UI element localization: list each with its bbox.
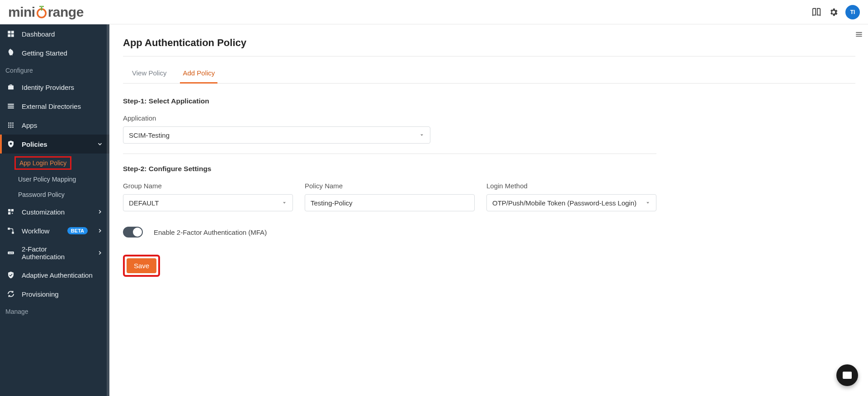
sidebar-item-getting-started[interactable]: Getting Started <box>0 43 109 62</box>
svg-text:123: 123 <box>9 252 13 254</box>
sidebar-item-label: Customization <box>22 208 65 216</box>
svg-rect-1 <box>8 31 10 33</box>
svg-point-9 <box>10 122 12 124</box>
sidebar-section-configure: Configure <box>0 62 109 78</box>
sidebar-item-dashboard[interactable]: Dashboard <box>0 24 109 43</box>
svg-rect-19 <box>11 209 14 211</box>
svg-point-8 <box>8 122 9 124</box>
svg-rect-20 <box>8 212 10 214</box>
sidebar-item-label: Provisioning <box>22 290 59 298</box>
sidebar-item-label: Adaptive Authentication <box>22 271 93 279</box>
toggle-knob <box>133 228 142 237</box>
sidebar-item-customization[interactable]: Customization <box>0 202 109 221</box>
sidebar-item-label: Apps <box>22 121 37 129</box>
sidebar-sub-user-policy-mapping[interactable]: User Policy Mapping <box>0 172 109 187</box>
workflow-icon <box>6 226 15 235</box>
sidebar-item-workflow[interactable]: Workflow BETA <box>0 221 109 240</box>
svg-rect-4 <box>11 34 14 37</box>
sidebar-item-adaptive-auth[interactable]: Adaptive Authentication <box>0 266 109 284</box>
svg-rect-2 <box>11 31 14 33</box>
svg-rect-6 <box>8 106 14 107</box>
svg-rect-21 <box>12 213 13 214</box>
logo[interactable]: minirange <box>8 5 84 20</box>
sidebar-sub-app-login-policy[interactable]: App Login Policy <box>14 156 71 170</box>
step-1-label: Step-1: Select Application <box>123 97 656 105</box>
chevron-right-icon <box>97 250 103 256</box>
puzzle-icon <box>6 207 15 216</box>
dashboard-icon <box>6 29 15 38</box>
beta-badge: BETA <box>67 227 88 234</box>
svg-point-10 <box>12 122 14 124</box>
gear-icon[interactable] <box>828 7 839 18</box>
briefcase-icon <box>6 83 15 92</box>
hamburger-icon[interactable] <box>854 29 864 40</box>
caret-down-icon <box>645 200 651 205</box>
group-name-select[interactable]: DEFAULT <box>123 194 293 211</box>
sidebar-item-label: Policies <box>22 140 47 148</box>
login-method-label: Login Method <box>486 182 656 190</box>
pin-icon: 123 <box>6 248 15 257</box>
docs-icon[interactable] <box>811 7 822 18</box>
caret-down-icon <box>419 132 425 138</box>
svg-rect-5 <box>8 104 14 105</box>
contact-fab[interactable] <box>836 364 858 386</box>
svg-point-11 <box>8 125 9 126</box>
mail-icon <box>842 370 853 381</box>
svg-rect-18 <box>8 209 10 211</box>
caret-down-icon <box>282 200 287 205</box>
grid-icon <box>6 121 15 130</box>
login-method-select[interactable]: OTP/Push/Mobile Token (Password-Less Log… <box>486 194 656 211</box>
group-name-value: DEFAULT <box>129 199 159 207</box>
sidebar-item-policies[interactable]: Policies <box>0 135 109 154</box>
mfa-label: Enable 2-Factor Authentication (MFA) <box>154 228 267 236</box>
application-select[interactable]: SCIM-Testing <box>123 126 430 144</box>
sidebar-sub-password-policy[interactable]: Password Policy <box>0 187 109 202</box>
application-value: SCIM-Testing <box>129 131 170 139</box>
shield-icon <box>6 140 15 149</box>
save-button[interactable]: Save <box>127 258 156 273</box>
sidebar-item-label: Workflow <box>22 227 49 235</box>
list-icon <box>6 102 15 111</box>
svg-rect-3 <box>8 34 10 37</box>
policy-name-input[interactable]: Testing-Policy <box>305 194 475 211</box>
tab-add-policy[interactable]: Add Policy <box>180 65 217 84</box>
svg-point-13 <box>12 125 14 126</box>
policy-name-value: Testing-Policy <box>311 199 353 207</box>
svg-point-17 <box>10 143 12 145</box>
step-2-label: Step-2: Configure Settings <box>123 165 656 173</box>
sidebar-item-2fa[interactable]: 123 2-Factor Authentication <box>0 240 109 266</box>
group-name-label: Group Name <box>123 182 293 190</box>
svg-point-16 <box>12 126 14 128</box>
divider <box>123 56 855 56</box>
avatar[interactable]: TI <box>845 5 860 19</box>
sidebar-item-label: Getting Started <box>22 49 67 57</box>
sidebar-item-external-directories[interactable]: External Directories <box>0 97 109 116</box>
sync-icon <box>6 289 15 298</box>
divider <box>123 154 656 154</box>
svg-point-12 <box>10 125 12 126</box>
mfa-toggle[interactable] <box>123 227 143 238</box>
tab-view-policy[interactable]: View Policy <box>129 65 169 83</box>
check-shield-icon <box>6 270 15 280</box>
svg-rect-23 <box>12 232 14 234</box>
sidebar-item-identity-providers[interactable]: Identity Providers <box>0 78 109 97</box>
sidebar-item-label: External Directories <box>22 102 81 110</box>
sidebar-item-apps[interactable]: Apps <box>0 116 109 135</box>
main-content: App Authentication Policy View Policy Ad… <box>109 24 868 396</box>
svg-marker-30 <box>283 202 286 204</box>
application-label: Application <box>123 114 656 122</box>
chevron-right-icon <box>97 209 103 215</box>
svg-marker-29 <box>420 135 423 136</box>
svg-rect-7 <box>8 107 14 108</box>
sidebar-item-label: Dashboard <box>22 30 55 38</box>
sidebar-item-provisioning[interactable]: Provisioning <box>0 284 109 303</box>
sidebar-item-label: Identity Providers <box>22 84 74 91</box>
tabs: View Policy Add Policy <box>123 65 855 84</box>
rocket-icon <box>6 48 15 57</box>
svg-marker-31 <box>646 202 649 204</box>
svg-rect-22 <box>8 228 10 230</box>
login-method-value: OTP/Push/Mobile Token (Password-Less Log… <box>492 199 637 207</box>
svg-point-14 <box>8 126 9 128</box>
svg-point-15 <box>10 126 12 128</box>
chevron-right-icon <box>97 228 103 234</box>
